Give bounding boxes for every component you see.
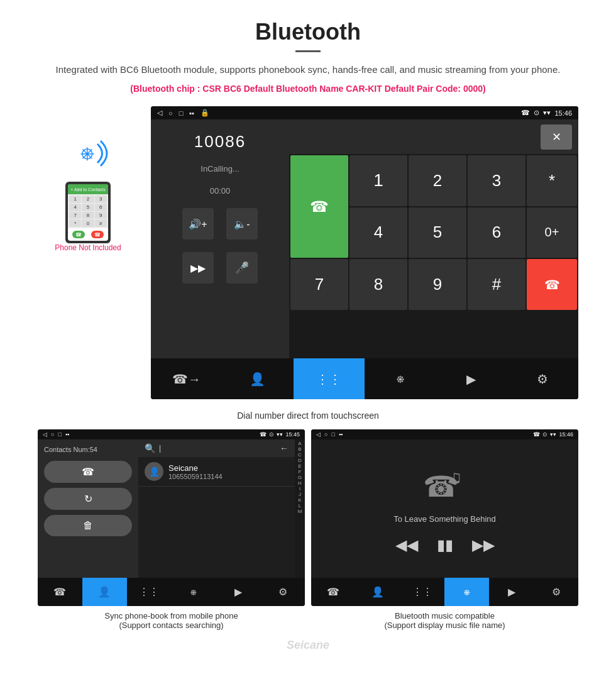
play-pause-button[interactable]: ▮▮ — [437, 536, 453, 554]
contacts-count: Contacts Num:54 — [44, 446, 132, 453]
toolbar-bluetooth[interactable]: ⎈ — [365, 358, 436, 399]
contact-info: Seicane 10655059113144 — [168, 463, 223, 480]
title-underline — [295, 50, 321, 52]
dial-left-panel: 10086 InCalling... 00:00 🔊+ 🔈- ▶▶ 🎤 — [151, 119, 289, 358]
search-cursor: | — [159, 444, 161, 453]
pb-toolbar-settings[interactable]: ⚙ — [260, 578, 305, 606]
volume-up-button[interactable]: 🔊+ — [182, 208, 214, 240]
time-display: 15:46 — [554, 109, 572, 117]
key-7[interactable]: 7 — [290, 259, 348, 310]
key-hash[interactable]: # — [468, 259, 525, 310]
search-icon: 🔍 — [145, 443, 155, 453]
red-end-button[interactable]: ☎ — [527, 259, 577, 310]
music-statusbar: ◁ ○ □ ▪▪ ☎ ⊙ ▾▾ 15:46 — [311, 429, 578, 439]
phone-topbar: + Add to Contacts — [68, 184, 107, 194]
phonebook-caption: Sync phone-book from mobile phone (Suppo… — [38, 606, 305, 632]
volume-down-button[interactable]: 🔈- — [226, 208, 258, 240]
call-transfer-icon[interactable]: ▶▶ — [182, 252, 214, 284]
phone-image: + Add to Contacts 123 456 789 *0# ☎ ☎ — [65, 182, 110, 243]
pb-toolbar-bluetooth[interactable]: ⎈ — [171, 578, 216, 606]
pb-toolbar-phone-settings[interactable]: ▶ — [216, 578, 260, 606]
pb-call-icon: ☎ — [260, 431, 267, 438]
svg-text:♫: ♫ — [449, 467, 462, 487]
key-9[interactable]: 9 — [409, 259, 466, 310]
phonebook-sb-right: ☎ ⊙ ▾▾ 15:45 — [260, 431, 300, 438]
dialed-number: 10086 — [194, 132, 246, 152]
ms-back-icon: ◁ — [316, 431, 321, 438]
dial-android-screen: ◁ ○ □ ▪▪ 🔒 ☎ ⊙ ▾▾ 15:46 10086 InCalling.… — [151, 106, 578, 399]
dial-input-row: ✕ — [289, 119, 578, 154]
statusbar-left-icons: ◁ ○ □ ▪▪ 🔒 — [157, 109, 209, 117]
key-2[interactable]: 2 — [409, 155, 466, 206]
music-caption-line2: (Support display music file name) — [314, 621, 576, 630]
phonebook-screen-wrap: ◁ ○ □ ▪▪ ☎ ⊙ ▾▾ 15:45 Contacts Num:54 ☎ — [38, 429, 305, 632]
ms-toolbar-phone-settings[interactable]: ▶ — [489, 578, 534, 606]
phonebook-call-btn[interactable]: ☎ — [44, 461, 132, 483]
dial-main-area: 10086 InCalling... 00:00 🔊+ 🔈- ▶▶ 🎤 ✕ — [151, 119, 578, 358]
backspace-button[interactable]: ✕ — [541, 124, 572, 150]
pb-home-icon: ○ — [51, 431, 54, 438]
music-playback-controls: ◀◀ ▮▮ ▶▶ — [395, 536, 495, 554]
music-android-screen: ◁ ○ □ ▪▪ ☎ ⊙ ▾▾ 15:46 ☎ ♫ — [311, 429, 578, 606]
ms-toolbar-call[interactable]: ☎ — [311, 578, 356, 606]
phonebook-delete-btn[interactable]: 🗑 — [44, 515, 132, 536]
key-4[interactable]: 4 — [349, 207, 407, 258]
ms-wifi-icon: ▾▾ — [550, 431, 556, 438]
main-screenshot-area: ⎈ + Add to Contacts 123 456 789 *0# ☎ ☎ … — [0, 100, 616, 405]
toolbar-settings[interactable]: ⚙ — [507, 358, 578, 399]
wifi-icon: ▾▾ — [543, 109, 551, 117]
key-3[interactable]: 3 — [468, 155, 525, 206]
contact-list-item[interactable]: 👤 Seicane 10655059113144 — [138, 457, 295, 487]
dial-caption: Dial number direct from touchscreen — [0, 405, 616, 429]
microphone-icon[interactable]: 🎤 — [226, 252, 258, 284]
ms-toolbar-contacts[interactable]: 👤 — [356, 578, 400, 606]
key-5[interactable]: 5 — [409, 207, 466, 258]
pb-toolbar-keypad[interactable]: ⋮⋮ — [127, 578, 172, 606]
previous-track-button[interactable]: ◀◀ — [395, 536, 418, 554]
phone-not-included-label: Phone Not Included — [55, 243, 121, 252]
search-backspace-icon: ← — [280, 443, 289, 453]
key-star[interactable]: * — [527, 155, 577, 206]
ms-recents-icon: □ — [331, 431, 334, 438]
green-call-button[interactable]: ☎ — [290, 155, 348, 258]
page-title: Bluetooth — [13, 19, 603, 45]
ms-toolbar-keypad[interactable]: ⋮⋮ — [400, 578, 445, 606]
pb-toolbar-contacts[interactable]: 👤 — [82, 578, 127, 606]
phone-keypad: 123 456 789 *0# — [68, 194, 107, 228]
transfer-mic-controls: ▶▶ 🎤 — [182, 252, 258, 284]
key-6[interactable]: 6 — [468, 207, 525, 258]
calling-label: InCalling... — [201, 164, 239, 174]
alpha-scroll-list[interactable]: A B C D E F G H I J K L M — [295, 439, 305, 578]
music-icon-area: ☎ ♫ — [420, 464, 470, 508]
toolbar-keypad[interactable]: ⋮⋮ — [294, 358, 365, 399]
dial-right-panel: ✕ 1 2 3 * ☎ 4 5 6 0+ 7 — [289, 119, 578, 358]
location-icon: ⊙ — [534, 109, 539, 117]
phonebook-toolbar: ☎ 👤 ⋮⋮ ⎈ ▶ ⚙ — [38, 578, 305, 606]
ms-toolbar-settings[interactable]: ⚙ — [534, 578, 578, 606]
svg-text:⎈: ⎈ — [80, 140, 94, 165]
key-0plus[interactable]: 0+ — [527, 207, 577, 258]
music-body: ☎ ♫ To Leave Something Behind ◀◀ ▮▮ ▶▶ — [311, 439, 578, 578]
toolbar-contacts[interactable]: 👤 — [222, 358, 293, 399]
key-1[interactable]: 1 — [349, 155, 407, 206]
key-8[interactable]: 8 — [349, 259, 407, 310]
next-track-button[interactable]: ▶▶ — [472, 536, 495, 554]
toolbar-phone-settings[interactable]: ▶ — [436, 358, 507, 399]
home-nav-icon: ○ — [168, 109, 173, 117]
ms-toolbar-bluetooth[interactable]: ⎈ — [444, 578, 489, 606]
music-screen-wrap: ◁ ○ □ ▪▪ ☎ ⊙ ▾▾ 15:46 ☎ ♫ — [311, 429, 578, 632]
phonebook-sync-btn[interactable]: ↻ — [44, 488, 132, 510]
pb-location-icon: ⊙ — [269, 431, 274, 438]
pb-recents-icon: □ — [58, 431, 61, 438]
keypad-grid: 1 2 3 * ☎ 4 5 6 0+ 7 8 9 # — [289, 154, 578, 311]
dial-toolbar: ☎→ 👤 ⋮⋮ ⎈ ▶ ⚙ — [151, 358, 578, 399]
music-phone-icon: ☎ ♫ — [420, 464, 470, 508]
phonebook-statusbar: ◁ ○ □ ▪▪ ☎ ⊙ ▾▾ 15:45 — [38, 429, 305, 439]
search-bar[interactable]: 🔍 | ← — [138, 439, 295, 457]
toolbar-call-transfer[interactable]: ☎→ — [151, 358, 222, 399]
statusbar-right-icons: ☎ ⊙ ▾▾ 15:46 — [521, 109, 572, 117]
pb-notif-icon: ▪▪ — [65, 431, 69, 438]
pb-time: 15:45 — [285, 431, 300, 438]
pb-toolbar-call[interactable]: ☎ — [38, 578, 82, 606]
phonebook-android-screen: ◁ ○ □ ▪▪ ☎ ⊙ ▾▾ 15:45 Contacts Num:54 ☎ — [38, 429, 305, 606]
